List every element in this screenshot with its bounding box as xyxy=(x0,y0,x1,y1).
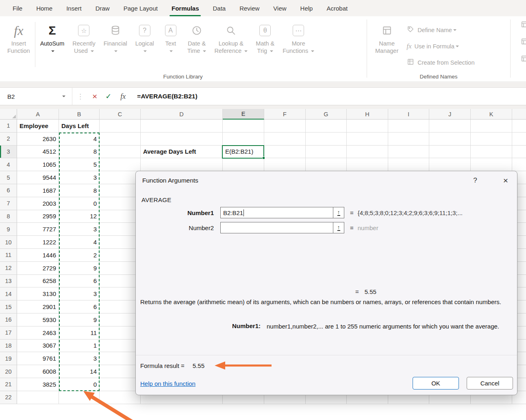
cell-B12[interactable]: 9 xyxy=(59,262,100,275)
cell-A9[interactable]: 7727 xyxy=(17,223,59,236)
cell-C10[interactable] xyxy=(100,236,141,249)
row-header-21[interactable]: 21 xyxy=(0,378,17,391)
cell-A15[interactable]: 2901 xyxy=(17,300,59,313)
cell-A13[interactable]: 6258 xyxy=(17,275,59,288)
cell-A5[interactable]: 9544 xyxy=(17,171,59,184)
column-header-F[interactable]: F xyxy=(264,109,306,120)
cancel-button[interactable]: Cancel xyxy=(467,377,513,390)
help-button[interactable]: ? xyxy=(471,176,479,185)
cell-A7[interactable]: 2003 xyxy=(17,197,59,210)
ribbon-tab-page-layout[interactable]: Page Layout xyxy=(117,0,165,16)
ribbon-tab-acrobat[interactable]: Acrobat xyxy=(320,0,354,16)
cell-C7[interactable] xyxy=(100,197,141,210)
row-header-5[interactable]: 5 xyxy=(0,171,17,184)
cell-B2[interactable]: 4 xyxy=(59,133,100,146)
cell-H4[interactable] xyxy=(347,158,388,171)
cell-B21[interactable]: 0 xyxy=(59,378,100,391)
cell-L2[interactable] xyxy=(512,133,526,146)
help-on-function-link[interactable]: Help on this function xyxy=(140,380,196,387)
cell-E2[interactable] xyxy=(223,133,264,146)
cell-F3[interactable] xyxy=(264,146,306,159)
cell-C9[interactable] xyxy=(100,223,141,236)
cell-A1[interactable]: Employee xyxy=(17,120,59,133)
row-header-9[interactable]: 9 xyxy=(0,223,17,236)
cell-B5[interactable]: 3 xyxy=(59,171,100,184)
cell-I2[interactable] xyxy=(388,133,429,146)
cell-D4[interactable] xyxy=(141,158,223,171)
cell-K1[interactable] xyxy=(471,120,512,133)
column-header-J[interactable]: J xyxy=(429,109,471,120)
name-box[interactable]: B2 xyxy=(0,88,72,105)
cell-C13[interactable] xyxy=(100,275,141,288)
cell-C17[interactable] xyxy=(100,326,141,339)
ribbon-button-lookup-reference[interactable]: Lookup &Reference xyxy=(210,19,252,54)
cell-C2[interactable] xyxy=(100,133,141,146)
ribbon-button-logical[interactable]: ?Logical xyxy=(131,19,158,54)
cell-B1[interactable]: Days Left xyxy=(59,120,100,133)
cell-L4[interactable] xyxy=(512,158,526,171)
cell-B22[interactable] xyxy=(59,391,100,404)
cell-G2[interactable] xyxy=(306,133,347,146)
partial-ribbon-icon[interactable] xyxy=(520,20,526,30)
cell-C18[interactable] xyxy=(100,339,141,353)
ribbon-button-create-from-selection[interactable]: Create from Selection xyxy=(406,57,474,68)
cell-C16[interactable] xyxy=(100,313,141,326)
cell-B16[interactable]: 9 xyxy=(59,313,100,326)
cell-H1[interactable] xyxy=(347,120,388,133)
row-header-11[interactable]: 11 xyxy=(0,249,17,262)
cell-B10[interactable]: 4 xyxy=(59,236,100,249)
cell-A10[interactable]: 1222 xyxy=(17,236,59,249)
cell-C12[interactable] xyxy=(100,262,141,275)
ribbon-tab-draw[interactable]: Draw xyxy=(89,0,117,16)
cell-A6[interactable]: 1687 xyxy=(17,184,59,197)
ribbon-tab-data[interactable]: Data xyxy=(206,0,233,16)
column-header-C[interactable]: C xyxy=(100,109,141,120)
column-header-D[interactable]: D xyxy=(141,109,223,120)
cell-A2[interactable]: 2630 xyxy=(17,133,59,146)
ribbon-tab-insert[interactable]: Insert xyxy=(59,0,89,16)
row-header-6[interactable]: 6 xyxy=(0,184,17,197)
cell-B11[interactable]: 2 xyxy=(59,249,100,262)
cell-H2[interactable] xyxy=(347,133,388,146)
row-header-3[interactable]: 3 xyxy=(0,146,17,159)
ribbon-button-recently-used[interactable]: ☆RecentlyUsed xyxy=(68,19,99,54)
cell-B15[interactable]: 6 xyxy=(59,300,100,313)
cell-A22[interactable] xyxy=(17,391,59,404)
cell-B13[interactable]: 6 xyxy=(59,275,100,288)
ribbon-tab-review[interactable]: Review xyxy=(233,0,266,16)
cancel-entry-button[interactable]: × xyxy=(92,91,97,101)
row-header-12[interactable]: 12 xyxy=(0,262,17,275)
cell-C3[interactable] xyxy=(100,146,141,159)
cell-B4[interactable]: 5 xyxy=(59,158,100,171)
cell-C1[interactable] xyxy=(100,120,141,133)
number1-input[interactable]: B2:B21 xyxy=(220,207,333,218)
close-button[interactable]: × xyxy=(501,176,511,185)
cell-J4[interactable] xyxy=(429,158,471,171)
ribbon-tab-home[interactable]: Home xyxy=(29,0,59,16)
collapse-dialog-button[interactable]: ↑ xyxy=(333,222,344,233)
cell-A11[interactable]: 1446 xyxy=(17,249,59,262)
cell-C4[interactable] xyxy=(100,158,141,171)
cell-A21[interactable]: 3825 xyxy=(17,378,59,391)
cell-C22[interactable] xyxy=(100,391,141,404)
row-header-13[interactable]: 13 xyxy=(0,275,17,288)
cell-G4[interactable] xyxy=(306,158,347,171)
column-header-E[interactable]: E xyxy=(223,109,264,120)
cell-B19[interactable]: 3 xyxy=(59,352,100,365)
cell-A3[interactable]: 4512 xyxy=(17,146,59,159)
cell-G3[interactable] xyxy=(306,146,347,159)
cell-C15[interactable] xyxy=(100,300,141,313)
cell-B18[interactable]: 1 xyxy=(59,339,100,353)
column-header-A[interactable]: A xyxy=(17,109,59,120)
row-header-2[interactable]: 2 xyxy=(0,133,17,146)
cell-D1[interactable] xyxy=(141,120,223,133)
cell-C14[interactable] xyxy=(100,287,141,300)
cell-K4[interactable] xyxy=(471,158,512,171)
cell-A19[interactable]: 9761 xyxy=(17,352,59,365)
cell-B17[interactable]: 11 xyxy=(59,326,100,339)
cell-D3[interactable]: Average Days Left xyxy=(141,146,223,159)
cell-A17[interactable]: 2463 xyxy=(17,326,59,339)
dialog-title-bar[interactable]: Function Arguments ? × xyxy=(136,171,517,190)
ribbon-tab-help[interactable]: Help xyxy=(293,0,320,16)
row-header-16[interactable]: 16 xyxy=(0,313,17,326)
